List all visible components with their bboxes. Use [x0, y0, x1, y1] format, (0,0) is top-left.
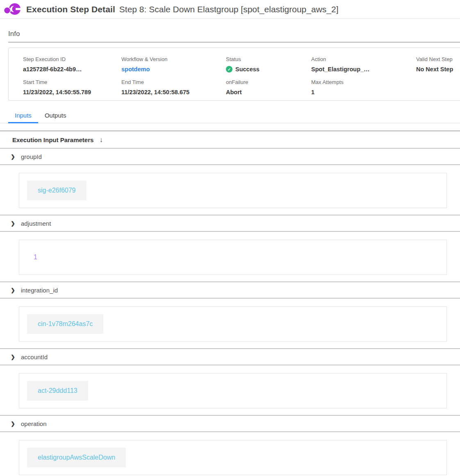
param-section-integration-id: ❯ integration_id cin-1v78m264as7c	[0, 281, 460, 342]
chevron-right-icon[interactable]: ❯	[11, 154, 21, 160]
status-text: Success	[235, 66, 260, 73]
param-value-chip: sig-e26f6079	[27, 181, 87, 200]
execution-input-parameters-title: Execution Input Parameters	[12, 136, 93, 143]
param-section-groupid: ❯ groupId sig-e26f6079	[0, 149, 460, 208]
field-label: Start Time	[23, 79, 121, 85]
tab-inputs[interactable]: Inputs	[8, 108, 38, 123]
chevron-right-icon[interactable]: ❯	[11, 287, 21, 293]
param-value-panel: elastigroupAwsScaleDown	[19, 440, 447, 475]
execution-input-parameters-header: Execution Input Parameters ↓	[0, 131, 460, 149]
field-valid-next-step: Valid Next Step No Next Step	[416, 56, 460, 79]
page-title: Execution Step Detail	[26, 5, 115, 14]
param-row-operation[interactable]: ❯ operation	[0, 416, 460, 432]
param-row-groupid[interactable]: ❯ groupId	[0, 149, 460, 165]
success-check-icon: ✓	[226, 66, 232, 73]
page-header: Execution Step Detail Step 8: Scale Down…	[0, 0, 460, 19]
chevron-right-icon[interactable]: ❯	[11, 354, 21, 360]
field-label: Workflow & Version	[121, 56, 226, 62]
param-name: accountId	[21, 354, 48, 360]
field-value: 11/23/2022, 14:50:58.675	[121, 89, 226, 95]
field-step-execution-id: Step Execution ID a125728f-6b22-4b9…	[23, 56, 121, 79]
param-row-integration-id[interactable]: ❯ integration_id	[0, 282, 460, 299]
field-onfailure: onFailure Abort	[226, 79, 311, 102]
param-value-chip: cin-1v78m264as7c	[27, 314, 103, 334]
field-end-time: End Time 11/23/2022, 14:50:58.675	[121, 79, 226, 102]
param-name: adjustment	[21, 220, 51, 227]
info-heading-wrap: Info	[8, 29, 460, 43]
tab-bar: Inputs Outputs	[0, 108, 460, 123]
field-label: onFailure	[226, 79, 311, 85]
chevron-right-icon[interactable]: ❯	[11, 421, 21, 427]
field-max-attempts: Max Attempts 1	[311, 79, 416, 102]
param-section-adjustment: ❯ adjustment 1	[0, 215, 460, 275]
field-action: Action Spot_Elastigroup_…	[311, 56, 416, 79]
param-value-panel: act-29ddd113	[19, 373, 447, 408]
spot-logo-icon	[3, 3, 22, 16]
param-value-panel: 1	[19, 240, 447, 275]
collapse-down-arrow-icon[interactable]: ↓	[99, 136, 103, 143]
param-name: groupId	[21, 153, 42, 160]
param-value-number: 1	[27, 247, 44, 267]
field-value: 1	[311, 89, 416, 95]
field-label: Valid Next Step	[416, 56, 460, 62]
param-row-adjustment[interactable]: ❯ adjustment	[0, 215, 460, 232]
param-name: operation	[21, 420, 47, 427]
param-value-panel: cin-1v78m264as7c	[19, 306, 447, 342]
param-value-chip: act-29ddd113	[27, 381, 88, 401]
info-heading: Info	[8, 29, 460, 39]
chevron-right-icon[interactable]: ❯	[11, 220, 21, 227]
param-row-accountid[interactable]: ❯ accountId	[0, 349, 460, 365]
param-value-chip: elastigroupAwsScaleDown	[27, 448, 126, 467]
param-section-accountid: ❯ accountId act-29ddd113	[0, 348, 460, 408]
field-status: Status ✓ Success	[226, 56, 311, 79]
param-name: integration_id	[21, 287, 58, 294]
tab-outputs[interactable]: Outputs	[38, 108, 73, 123]
field-start-time: Start Time 11/23/2022, 14:50:55.789	[23, 79, 121, 102]
workflow-link[interactable]: spotdemo	[121, 66, 226, 73]
param-value-panel: sig-e26f6079	[19, 173, 447, 208]
field-label: End Time	[121, 79, 226, 85]
field-label: Status	[226, 56, 311, 62]
field-value: Spot_Elastigroup_…	[311, 66, 416, 73]
info-card: Step Execution ID a125728f-6b22-4b9… Wor…	[8, 48, 460, 101]
field-value: No Next Step	[416, 66, 460, 73]
field-workflow-version: Workflow & Version spotdemo	[121, 56, 226, 79]
field-label: Action	[311, 56, 416, 62]
field-value: 11/23/2022, 14:50:55.789	[23, 89, 121, 95]
field-label: Step Execution ID	[23, 56, 121, 62]
status-line: ✓ Success	[226, 66, 311, 73]
field-value: a125728f-6b22-4b9…	[23, 66, 121, 73]
field-label: Max Attempts	[311, 79, 416, 85]
page-subtitle: Step 8: Scale Down Elastgroup [spot_elas…	[119, 5, 339, 14]
param-section-operation: ❯ operation elastigroupAwsScaleDown	[0, 415, 460, 475]
field-value: Abort	[226, 89, 311, 95]
